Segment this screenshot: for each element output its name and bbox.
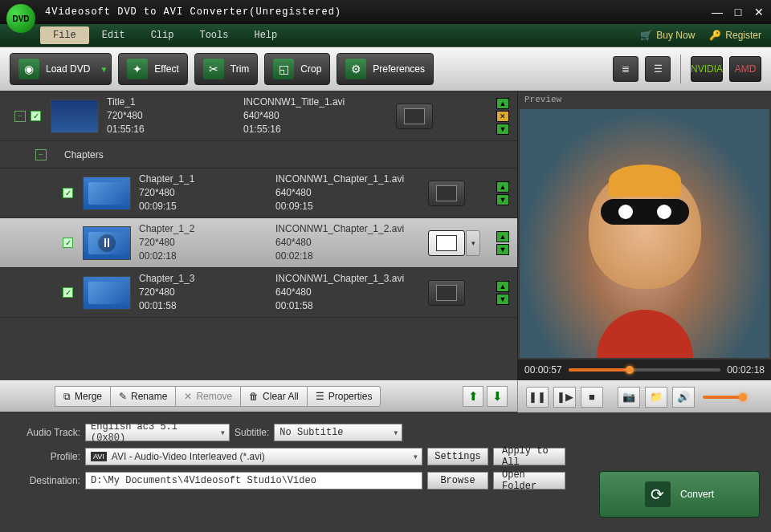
buy-now-link[interactable]: 🛒Buy Now — [640, 30, 695, 41]
stop-button[interactable]: ■ — [581, 387, 603, 408]
step-button[interactable]: ❚▶ — [553, 387, 576, 408]
chapter-row[interactable]: ✓ Chapter_1_3720*48000:01:58 INCONNW1_Ch… — [0, 268, 517, 318]
scissors-icon: ✂ — [203, 59, 224, 79]
crop-button[interactable]: ◱Crop — [264, 53, 330, 85]
convert-button[interactable]: ⟳ Convert — [599, 471, 760, 518]
register-link[interactable]: 🔑Register — [709, 30, 761, 41]
total-time: 00:02:18 — [727, 364, 765, 376]
move-down-icon[interactable]: ▼ — [496, 244, 509, 255]
remove-item-icon[interactable]: ✕ — [496, 111, 509, 122]
browse-button[interactable]: Browse — [427, 472, 488, 489]
move-up-icon[interactable]: ▲ — [496, 281, 509, 292]
chapter-row[interactable]: ✓ Chapter_1_1720*48000:09:15 INCONNW1_Ch… — [0, 169, 517, 218]
chapter-row[interactable]: ✓ Chapter_1_2720*48000:02:18 INCONNW1_Ch… — [0, 218, 517, 268]
apply-to-all-button[interactable]: Apply to All — [493, 448, 565, 465]
crop-icon: ◱ — [273, 59, 294, 79]
maximize-button[interactable]: □ — [732, 6, 744, 18]
subtitle-select[interactable]: No Subtitle — [274, 424, 402, 441]
collapse-chapters-button[interactable]: − — [35, 149, 47, 160]
move-up-icon[interactable]: ▲ — [496, 181, 509, 193]
close-button[interactable]: ✕ — [753, 6, 765, 18]
clear-all-button[interactable]: 🗑Clear All — [241, 386, 308, 407]
menu-bar: File Edit Clip Tools Help 🛒Buy Now 🔑Regi… — [0, 24, 771, 47]
menu-clip[interactable]: Clip — [138, 26, 187, 44]
compact-view-button[interactable]: ☰ — [645, 56, 671, 82]
format-dropdown-icon[interactable]: ▾ — [466, 230, 480, 256]
move-down-icon[interactable]: ▼ — [496, 124, 509, 135]
volume-button[interactable]: 🔊 — [672, 387, 695, 408]
chapter-output: INCONNW1_Chapter_1_1.avi640*48000:09:15 — [275, 173, 420, 213]
menu-help[interactable]: Help — [241, 26, 290, 44]
chapter-info: Chapter_1_2720*48000:02:18 — [139, 222, 259, 262]
title-thumbnail — [51, 99, 99, 133]
snapshot-button[interactable]: 📷 — [618, 387, 640, 408]
convert-icon: ⟳ — [645, 481, 671, 507]
move-up-icon[interactable]: ▲ — [496, 98, 509, 109]
open-folder-button[interactable]: Open Folder — [493, 472, 565, 489]
format-button[interactable] — [396, 104, 433, 129]
chapter-checkbox[interactable]: ✓ — [63, 287, 73, 298]
preview-label: Preview — [518, 91, 771, 108]
profile-label: Profile: — [11, 451, 80, 462]
chapters-header[interactable]: − Chapters — [0, 141, 517, 169]
profile-select[interactable]: AVIAVI - Audio-Video Interleaved (*.avi) — [85, 448, 422, 465]
current-time: 00:00:57 — [524, 364, 562, 376]
settings-panel: Audio Track: English ac3 5.1 (0x80) Subt… — [0, 412, 771, 532]
minimize-button[interactable]: — — [712, 6, 723, 18]
move-up-icon[interactable]: ▲ — [496, 231, 509, 242]
chapter-output: INCONNW1_Chapter_1_3.avi640*48000:01:58 — [275, 272, 420, 312]
chapter-checkbox[interactable]: ✓ — [63, 188, 73, 198]
format-button[interactable] — [428, 280, 465, 306]
nvidia-badge: NVIDIA — [691, 56, 723, 82]
format-button[interactable]: ▾ — [428, 230, 465, 256]
player-controls: ❚❚ ❚▶ ■ 📷 📁 🔊 — [517, 380, 771, 412]
pause-button[interactable]: ❚❚ — [526, 387, 549, 408]
volume-slider[interactable] — [703, 396, 743, 399]
audio-track-select[interactable]: English ac3 5.1 (0x80) — [85, 424, 230, 441]
title-row[interactable]: − ✓ Title_1720*48001:55:16 INCONNW1_Titl… — [0, 91, 517, 141]
trim-button[interactable]: ✂Trim — [194, 53, 259, 85]
open-folder-button[interactable]: 📁 — [645, 387, 667, 408]
format-button[interactable] — [428, 181, 465, 206]
move-down-icon[interactable]: ▼ — [496, 194, 509, 205]
rename-button[interactable]: ✎Rename — [111, 386, 176, 407]
chapter-thumbnail — [83, 177, 131, 210]
effect-button[interactable]: ✦Effect — [118, 53, 187, 85]
film-icon — [436, 235, 457, 251]
menu-tools[interactable]: Tools — [186, 26, 241, 44]
merge-icon: ⧉ — [63, 391, 71, 402]
timeline[interactable]: 00:00:57 00:02:18 — [518, 359, 771, 380]
properties-button[interactable]: ☰Properties — [308, 386, 381, 407]
chapter-output: INCONNW1_Chapter_1_2.avi640*48000:02:18 — [275, 222, 420, 262]
load-dvd-button[interactable]: ◉Load DVD▼ — [10, 53, 112, 85]
preferences-button[interactable]: ⚙Preferences — [337, 53, 434, 85]
window-title: 4Videosoft DVD to AVI Converter(Unregist… — [45, 6, 712, 18]
chapter-info: Chapter_1_1720*48000:09:15 — [139, 173, 259, 213]
title-checkbox[interactable]: ✓ — [31, 111, 41, 121]
merge-button[interactable]: ⧉Merge — [55, 386, 111, 407]
key-icon: 🔑 — [709, 30, 721, 41]
gear-icon: ⚙ — [345, 59, 366, 79]
menu-file[interactable]: File — [40, 26, 89, 44]
remove-button[interactable]: ✕Remove — [176, 386, 241, 407]
collapse-button[interactable]: − — [14, 111, 26, 122]
amd-badge: AMD — [729, 56, 761, 82]
move-down-button[interactable]: ⬇ — [487, 386, 508, 407]
list-view-button[interactable]: ≣ — [613, 56, 638, 82]
move-down-icon[interactable]: ▼ — [496, 294, 509, 305]
avi-icon: AVI — [91, 452, 107, 461]
settings-button[interactable]: Settings — [427, 448, 488, 465]
destination-input[interactable]: D:\My Documents\4Videosoft Studio\Video — [85, 472, 422, 489]
chapter-checkbox[interactable]: ✓ — [63, 238, 73, 248]
chevron-down-icon: ▼ — [100, 65, 108, 74]
move-up-button[interactable]: ⬆ — [463, 386, 483, 407]
preview-image — [520, 109, 769, 358]
effect-icon: ✦ — [127, 59, 148, 79]
seek-slider[interactable] — [569, 368, 721, 372]
list-actions: ⧉Merge ✎Rename ✕Remove 🗑Clear All ☰Prope… — [0, 380, 517, 412]
separator — [680, 55, 681, 83]
x-icon: ✕ — [184, 391, 192, 402]
destination-label: Destination: — [11, 475, 80, 486]
menu-edit[interactable]: Edit — [89, 26, 138, 44]
toolbar: ◉Load DVD▼ ✦Effect ✂Trim ◱Crop ⚙Preferen… — [0, 47, 771, 91]
